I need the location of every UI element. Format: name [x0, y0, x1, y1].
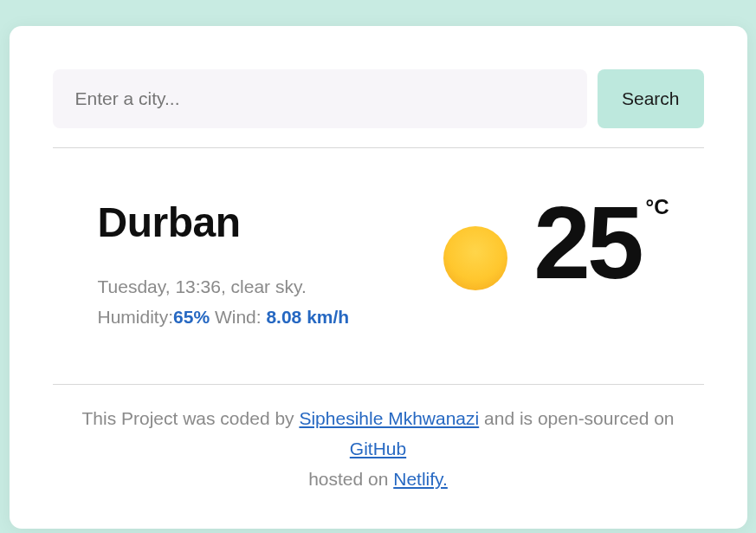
city-name: Durban — [98, 198, 350, 246]
weather-card: Search Durban Tuesday, 13:36, clear sky.… — [10, 26, 747, 529]
github-link[interactable]: GitHub — [350, 439, 406, 458]
footer-credit: This Project was coded by Siphesihle Mkh… — [53, 404, 704, 494]
sun-icon — [443, 226, 507, 290]
author-link[interactable]: Siphesihle Mkhwanazi — [299, 408, 479, 428]
search-row: Search — [53, 69, 704, 128]
weather-details: Durban Tuesday, 13:36, clear sky. Humidi… — [98, 192, 350, 332]
humidity-label: Humidity: — [98, 307, 174, 327]
weather-main: Durban Tuesday, 13:36, clear sky. Humidi… — [53, 148, 704, 384]
footer-prefix: This Project was coded by — [81, 408, 299, 428]
divider-bottom — [53, 384, 704, 385]
temperature-block: 25 °C — [443, 192, 703, 294]
city-search-input[interactable] — [53, 69, 587, 128]
footer-middle: and is open-sourced on — [479, 408, 674, 428]
datetime-description: Tuesday, 13:36, clear sky. — [98, 272, 350, 302]
humidity-wind-line: Humidity:65% Wind: 8.08 km/h — [98, 302, 350, 333]
temperature-unit: °C — [646, 195, 669, 219]
weather-icon-wrapper — [443, 192, 507, 290]
wind-label: Wind: — [210, 307, 266, 327]
temperature-value: 25 — [533, 192, 640, 294]
wind-value: 8.08 km/h — [266, 307, 349, 327]
search-button[interactable]: Search — [598, 69, 704, 128]
footer-hosted-prefix: hosted on — [308, 469, 393, 489]
netlify-link[interactable]: Netlify. — [393, 469, 448, 489]
humidity-value: 65% — [173, 307, 210, 327]
temperature-reading: 25 °C — [533, 192, 669, 294]
